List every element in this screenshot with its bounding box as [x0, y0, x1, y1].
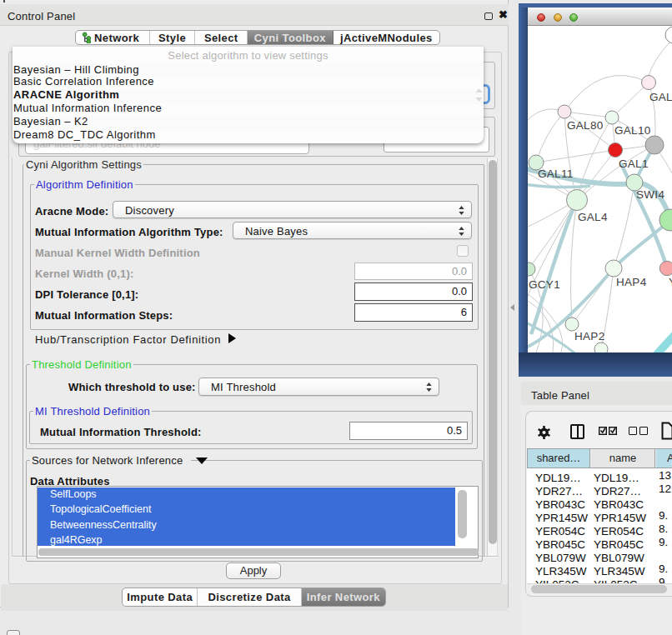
svg-text:GAL2: GAL2 [649, 91, 672, 103]
svg-text:GAL4: GAL4 [578, 211, 608, 223]
svg-text:GCY1: GCY1 [529, 278, 560, 291]
svg-text:HAP4: HAP4 [616, 276, 647, 288]
svg-text:GAL11: GAL11 [538, 168, 574, 180]
svg-text:GAL80: GAL80 [567, 119, 604, 132]
svg-text:GAL1: GAL1 [619, 158, 649, 170]
svg-text:HAP2: HAP2 [574, 330, 604, 342]
svg-text:YB: YB [669, 276, 672, 288]
svg-text:SWI4: SWI4 [636, 188, 664, 201]
svg-text:GAL10: GAL10 [614, 124, 651, 137]
